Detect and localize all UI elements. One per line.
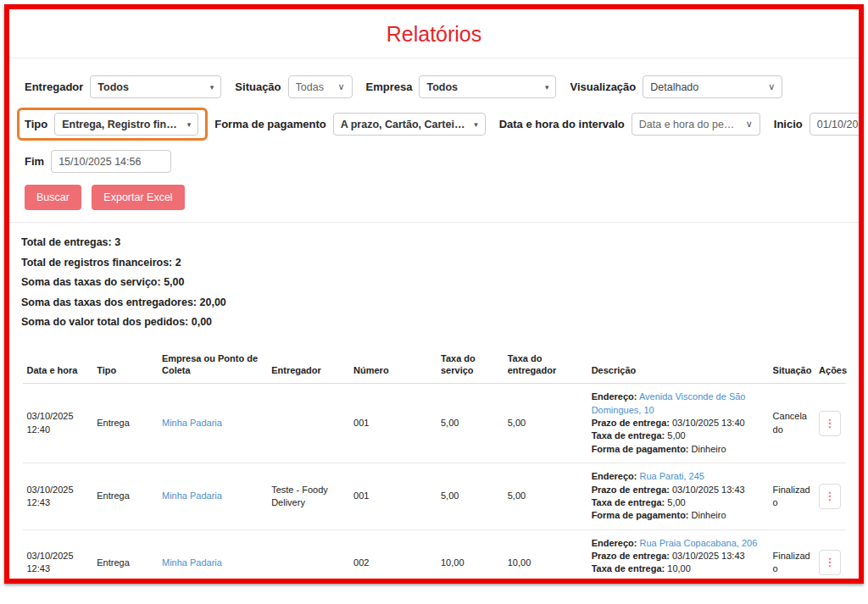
cell-entregador: Teste - Foody Delivery — [267, 463, 349, 530]
table-row: 03/10/2025 12:43 Entrega Minha Padaria T… — [23, 463, 846, 530]
cell-entregador — [267, 384, 349, 463]
header-acoes: Ações — [815, 348, 845, 384]
more-vertical-icon: ⋮ — [825, 416, 836, 431]
forma-pagamento-label: Forma de pagamento — [214, 118, 326, 130]
filter-buttons: Buscar Exportar Excel — [25, 185, 843, 210]
cell-taxa-entregador: 10,00 — [504, 529, 587, 584]
cell-entregador — [267, 529, 349, 584]
table-header: Data e hora Tipo Empresa ou Ponto de Col… — [23, 348, 846, 384]
summary-taxas-servico: Soma das taxas do serviço: 5,00 — [21, 276, 847, 288]
caret-down-icon: ▾ — [474, 120, 478, 129]
cell-situacao: Finalizado — [769, 463, 815, 530]
cell-tipo: Entrega — [92, 529, 158, 584]
header-data-e-hora: Data e hora — [23, 348, 93, 384]
situacao-select[interactable]: Todas ∨ — [288, 75, 353, 98]
cell-tipo: Entrega — [92, 384, 158, 463]
header-empresa: Empresa ou Ponto de Coleta — [158, 348, 267, 384]
header-numero: Número — [349, 348, 437, 384]
header-tipo: Tipo — [92, 348, 158, 384]
chevron-down-icon: ∨ — [768, 81, 775, 92]
caret-down-icon: ▾ — [187, 120, 192, 129]
cell-taxa-entregador: 5,00 — [504, 463, 587, 530]
entregador-select[interactable]: Todos ▾ — [90, 75, 221, 98]
cell-situacao: Cancelado — [769, 384, 815, 463]
situacao-label: Situação — [235, 80, 281, 93]
chevron-down-icon: ∨ — [337, 81, 344, 92]
filters-section: Entregador Todos ▾ Situação Todas ∨ Empr… — [21, 58, 847, 210]
forma-pagamento-value: A prazo, Cartão, Carteira Digi — [341, 119, 467, 130]
filter-fim: Fim — [25, 150, 171, 173]
cell-datetime: 03/10/2025 12:43 — [23, 529, 93, 584]
row-actions-button[interactable]: ⋮ — [819, 411, 841, 436]
empresa-link[interactable]: Minha Padaria — [162, 490, 222, 501]
tipo-highlight-box: Tipo Entrega, Registro financeiro ▾ — [17, 108, 208, 141]
report-panel: Relatórios Entregador Todos ▾ Situação T… — [4, 4, 864, 584]
filter-visualizacao: Visualização Detalhado ∨ — [570, 75, 782, 98]
buscar-button[interactable]: Buscar — [25, 185, 81, 210]
caret-down-icon: ▾ — [545, 83, 549, 91]
more-vertical-icon: ⋮ — [825, 489, 836, 504]
filter-empresa: Empresa Todos ▾ — [366, 75, 557, 98]
cell-situacao: Finalizado — [769, 529, 815, 584]
cell-taxa-servico: 10,00 — [437, 529, 504, 584]
visualizacao-value: Detalhado — [650, 81, 761, 93]
chevron-down-icon: ∨ — [746, 119, 753, 130]
situacao-value: Todas — [296, 81, 331, 93]
inicio-input[interactable] — [810, 113, 864, 136]
visualizacao-label: Visualização — [570, 80, 636, 93]
summary-total-entregas: Total de entregas: 3 — [21, 236, 847, 248]
cell-acoes: ⋮ — [815, 463, 845, 530]
summary-valor-total: Soma do valor total dos pedidos: 0,00 — [21, 316, 847, 328]
empresa-select[interactable]: Todos ▾ — [419, 75, 556, 98]
filter-intervalo: Data e hora do intervalo Data e hora do … — [499, 113, 760, 136]
cell-numero: 001 — [349, 463, 437, 530]
cell-taxa-entregador: 5,00 — [504, 384, 587, 463]
summary-section: Total de entregas: 3 Total de registros … — [21, 223, 847, 341]
cell-empresa: Minha Padaria — [158, 529, 267, 584]
tipo-select[interactable]: Entrega, Registro financeiro ▾ — [54, 113, 198, 136]
cell-taxa-servico: 5,00 — [437, 384, 504, 463]
empresa-link[interactable]: Minha Padaria — [162, 557, 222, 568]
row-actions-button[interactable]: ⋮ — [819, 550, 841, 575]
inicio-label: Inicio — [774, 118, 803, 130]
caret-down-icon: ▾ — [210, 83, 214, 91]
report-table: Data e hora Tipo Empresa ou Ponto de Col… — [21, 348, 847, 585]
more-vertical-icon: ⋮ — [825, 555, 836, 570]
endereco-link[interactable]: Rua Parati, 245 — [639, 471, 704, 481]
filter-row-3: Fim — [25, 150, 843, 173]
header-situacao: Situação — [769, 348, 815, 384]
cell-taxa-servico: 5,00 — [437, 463, 504, 530]
filter-situacao: Situação Todas ∨ — [235, 75, 352, 98]
fim-input[interactable] — [51, 150, 171, 173]
table-row: 03/10/2025 12:40 Entrega Minha Padaria 0… — [23, 384, 846, 463]
forma-pagamento-select[interactable]: A prazo, Cartão, Carteira Digi ▾ — [333, 113, 486, 136]
filter-row-1: Entregador Todos ▾ Situação Todas ∨ Empr… — [25, 75, 843, 98]
cell-numero: 002 — [349, 529, 437, 584]
header-taxa-entregador: Taxa do entregador — [504, 348, 587, 384]
cell-acoes: ⋮ — [815, 384, 845, 463]
visualizacao-select[interactable]: Detalhado ∨ — [643, 75, 782, 98]
tipo-value: Entrega, Registro financeiro — [62, 119, 180, 130]
cell-datetime: 03/10/2025 12:43 — [23, 463, 93, 530]
row-actions-button[interactable]: ⋮ — [819, 484, 841, 509]
filter-forma-pagamento: Forma de pagamento A prazo, Cartão, Cart… — [214, 113, 485, 136]
intervalo-select[interactable]: Data e hora do pedido ∨ — [632, 113, 760, 136]
summary-total-registros: Total de registros financeiros: 2 — [21, 257, 847, 269]
page-title: Relatórios — [21, 22, 847, 47]
empresa-label: Empresa — [366, 80, 413, 93]
endereco-link[interactable]: Rua Praia Copacabana, 206 — [639, 538, 757, 548]
fim-label: Fim — [25, 155, 44, 168]
summary-taxas-entregadores: Soma das taxas dos entregadores: 20,00 — [21, 296, 847, 308]
entregador-value: Todos — [97, 81, 203, 93]
exportar-excel-button[interactable]: Exportar Excel — [92, 185, 184, 210]
filter-inicio: Inicio — [774, 113, 864, 136]
table-row: 03/10/2025 12:43 Entrega Minha Padaria 0… — [23, 529, 846, 584]
empresa-value: Todos — [426, 81, 537, 93]
empresa-link[interactable]: Minha Padaria — [162, 418, 222, 428]
cell-descricao: Endereço: Avenida Visconde de São Doming… — [587, 384, 769, 463]
cell-tipo: Entrega — [92, 463, 158, 530]
header-descricao: Descrição — [587, 348, 769, 384]
header-taxa-servico: Taxa do serviço — [437, 348, 504, 384]
cell-empresa: Minha Padaria — [158, 384, 267, 463]
cell-numero: 001 — [349, 384, 437, 463]
